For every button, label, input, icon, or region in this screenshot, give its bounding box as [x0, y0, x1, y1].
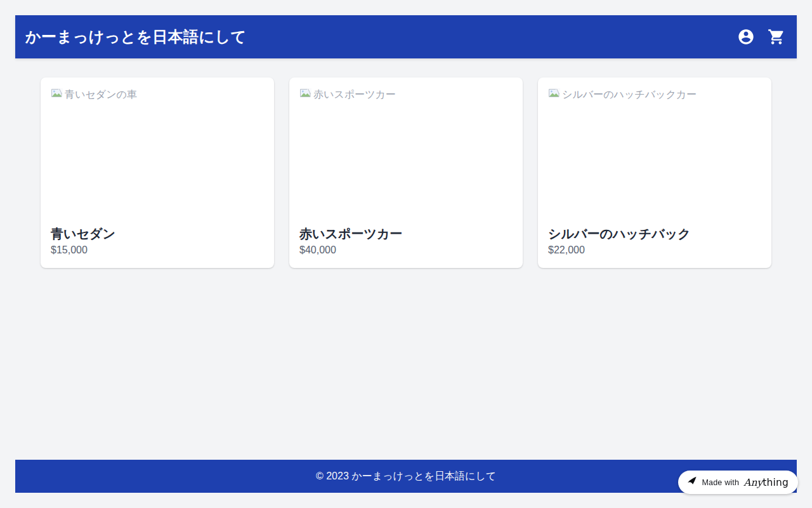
- product-card-blue-sedan[interactable]: 青いセダンの車 青いセダン $15,000: [41, 77, 274, 268]
- made-with-badge[interactable]: Made with Anything: [678, 471, 798, 494]
- product-image-broken: 赤いスポーツカー: [299, 88, 513, 215]
- product-price: $40,000: [299, 243, 513, 258]
- shopping-cart-icon: [768, 28, 785, 46]
- anything-logo-icon: [686, 476, 697, 489]
- main-content: 青いセダンの車 青いセダン $15,000: [15, 58, 797, 460]
- product-name: シルバーのハッチバック: [548, 225, 761, 243]
- broken-image-icon: [51, 88, 63, 102]
- product-image-alt: 赤いスポーツカー: [313, 88, 396, 101]
- product-name: 赤いスポーツカー: [299, 225, 513, 243]
- cart-button[interactable]: [768, 28, 785, 46]
- product-card-red-sportscar[interactable]: 赤いスポーツカー 赤いスポーツカー $40,000: [289, 77, 523, 268]
- broken-image-alt-line: 赤いスポーツカー: [299, 88, 513, 102]
- app-container: かーまっけっとを日本語にして: [15, 15, 797, 493]
- broken-image-alt-line: シルバーのハッチバックカー: [548, 88, 761, 102]
- product-card-silver-hatchback[interactable]: シルバーのハッチバックカー シルバーのハッチバック $22,000: [538, 77, 771, 268]
- product-image-alt: 青いセダンの車: [65, 88, 137, 101]
- header-actions: [737, 28, 785, 46]
- page-title: かーまっけっとを日本語にして: [25, 27, 247, 47]
- account-button[interactable]: [737, 28, 755, 46]
- product-image-broken: 青いセダンの車: [51, 88, 264, 215]
- made-with-label: Made with: [702, 478, 739, 487]
- copyright-text: © 2023 かーまっけっとを日本語にして: [316, 470, 496, 483]
- brand-any: Any: [743, 477, 763, 488]
- brand-thing: thing: [763, 477, 789, 488]
- brand-wordmark: Anything: [743, 477, 789, 488]
- product-image-broken: シルバーのハッチバックカー: [548, 88, 761, 215]
- broken-image-icon: [548, 88, 560, 102]
- product-price: $15,000: [51, 243, 264, 258]
- broken-image-alt-line: 青いセダンの車: [51, 88, 264, 102]
- product-image-alt: シルバーのハッチバックカー: [562, 88, 697, 101]
- app-header: かーまっけっとを日本語にして: [15, 15, 797, 58]
- product-price: $22,000: [548, 243, 761, 258]
- broken-image-icon: [299, 88, 311, 102]
- product-grid: 青いセダンの車 青いセダン $15,000: [41, 77, 771, 268]
- account-circle-icon: [737, 28, 755, 46]
- product-name: 青いセダン: [51, 225, 264, 243]
